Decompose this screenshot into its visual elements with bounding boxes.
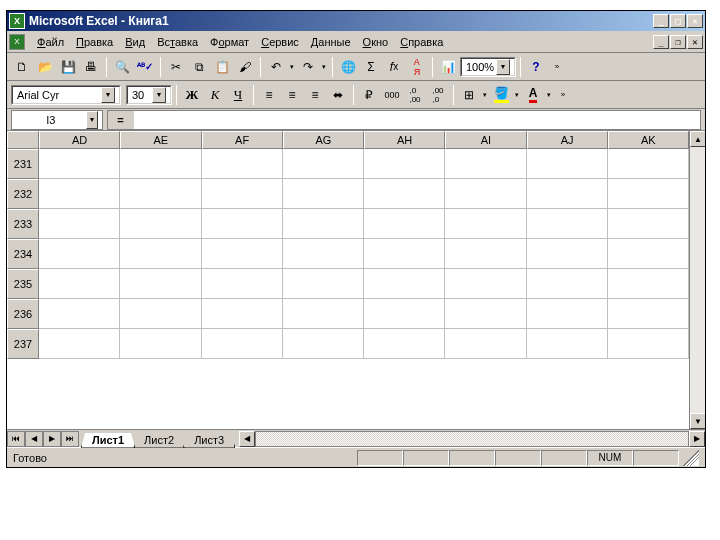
doc-close-button[interactable]: ✕	[687, 35, 703, 49]
sort-asc-icon[interactable]: АЯ	[406, 56, 428, 78]
cell[interactable]	[364, 299, 445, 329]
chevron-down-icon[interactable]: ▼	[152, 87, 166, 103]
cell[interactable]	[364, 269, 445, 299]
column-header[interactable]: AI	[445, 131, 526, 149]
scroll-track[interactable]	[690, 147, 705, 413]
sheet-tab[interactable]: Лист2	[133, 433, 185, 448]
fontcolor-dropdown[interactable]: ▾	[545, 91, 553, 99]
cell[interactable]	[445, 269, 526, 299]
redo-dropdown[interactable]: ▾	[320, 63, 328, 71]
cell[interactable]	[202, 209, 283, 239]
cell[interactable]	[39, 299, 120, 329]
help-icon[interactable]: ?	[525, 56, 547, 78]
cell[interactable]	[39, 209, 120, 239]
name-box[interactable]: I3 ▼	[11, 110, 103, 130]
underline-button[interactable]: Ч	[227, 84, 249, 106]
cell[interactable]	[608, 329, 689, 359]
copy-icon[interactable]: ⧉	[188, 56, 210, 78]
print-preview-icon[interactable]: 🔍	[111, 56, 133, 78]
toolbar-overflow-icon[interactable]: »	[556, 92, 570, 98]
chevron-down-icon[interactable]: ▼	[101, 87, 115, 103]
cell[interactable]	[527, 269, 608, 299]
scroll-up-icon[interactable]: ▲	[690, 131, 705, 147]
borders-dropdown[interactable]: ▾	[481, 91, 489, 99]
column-header[interactable]: AK	[608, 131, 689, 149]
cell[interactable]	[445, 149, 526, 179]
menu-формат[interactable]: Формат	[204, 34, 255, 50]
tab-last-icon[interactable]: ⏭	[61, 431, 79, 447]
cell[interactable]	[202, 239, 283, 269]
cell[interactable]	[527, 179, 608, 209]
cell[interactable]	[202, 269, 283, 299]
sheet-tab[interactable]: Лист3	[183, 433, 235, 448]
cell[interactable]	[445, 209, 526, 239]
cell[interactable]	[120, 149, 201, 179]
comma-style-icon[interactable]: 000	[381, 84, 403, 106]
cell[interactable]	[608, 209, 689, 239]
menu-окно[interactable]: Окно	[357, 34, 395, 50]
row-header[interactable]: 234	[7, 239, 39, 269]
row-header[interactable]: 233	[7, 209, 39, 239]
chart-icon[interactable]: 📊	[437, 56, 459, 78]
cell[interactable]	[120, 269, 201, 299]
minimize-button[interactable]: _	[653, 14, 669, 28]
toolbar-overflow-icon[interactable]: »	[550, 64, 564, 70]
scroll-down-icon[interactable]: ▼	[690, 413, 705, 429]
tab-prev-icon[interactable]: ◀	[25, 431, 43, 447]
borders-icon[interactable]: ⊞	[458, 84, 480, 106]
menu-сервис[interactable]: Сервис	[255, 34, 305, 50]
tab-first-icon[interactable]: ⏮	[7, 431, 25, 447]
maximize-button[interactable]: □	[670, 14, 686, 28]
format-painter-icon[interactable]: 🖌	[234, 56, 256, 78]
cell[interactable]	[202, 179, 283, 209]
merge-center-icon[interactable]: ⬌	[327, 84, 349, 106]
fill-color-icon[interactable]: 🪣	[490, 84, 512, 106]
cell[interactable]	[445, 299, 526, 329]
undo-dropdown[interactable]: ▾	[288, 63, 296, 71]
column-header[interactable]: AD	[39, 131, 120, 149]
paste-icon[interactable]: 📋	[211, 56, 233, 78]
save-icon[interactable]: 💾	[57, 56, 79, 78]
cell[interactable]	[283, 239, 364, 269]
cell[interactable]	[120, 179, 201, 209]
cell[interactable]	[120, 239, 201, 269]
select-all-corner[interactable]	[7, 131, 39, 149]
menu-правка[interactable]: Правка	[70, 34, 119, 50]
cell[interactable]	[202, 329, 283, 359]
cell[interactable]	[283, 149, 364, 179]
function-icon[interactable]: fx	[383, 56, 405, 78]
cell[interactable]	[202, 299, 283, 329]
cell[interactable]	[445, 329, 526, 359]
equals-button[interactable]: =	[108, 111, 134, 129]
menu-вставка[interactable]: Вставка	[151, 34, 204, 50]
font-combo[interactable]: Arial Cyr▼	[11, 85, 121, 105]
row-header[interactable]: 237	[7, 329, 39, 359]
autosum-icon[interactable]: Σ	[360, 56, 382, 78]
cell[interactable]	[527, 329, 608, 359]
spellcheck-icon[interactable]: ᴬᴮ✓	[134, 56, 156, 78]
cut-icon[interactable]: ✂	[165, 56, 187, 78]
undo-icon[interactable]: ↶	[265, 56, 287, 78]
row-header[interactable]: 231	[7, 149, 39, 179]
bold-button[interactable]: Ж	[181, 84, 203, 106]
hyperlink-icon[interactable]: 🌐	[337, 56, 359, 78]
cell[interactable]	[608, 299, 689, 329]
menu-справка[interactable]: Справка	[394, 34, 449, 50]
cell[interactable]	[120, 299, 201, 329]
sheet-tab[interactable]: Лист1	[81, 433, 135, 448]
cell[interactable]	[445, 179, 526, 209]
align-right-icon[interactable]: ≡	[304, 84, 326, 106]
cell[interactable]	[364, 329, 445, 359]
decrease-decimal-icon[interactable]: ,00,0	[427, 84, 449, 106]
cell[interactable]	[364, 239, 445, 269]
cell[interactable]	[39, 179, 120, 209]
cell[interactable]	[364, 149, 445, 179]
cell[interactable]	[39, 149, 120, 179]
row-header[interactable]: 232	[7, 179, 39, 209]
chevron-down-icon[interactable]: ▼	[496, 59, 510, 75]
cell[interactable]	[364, 179, 445, 209]
column-header[interactable]: AG	[283, 131, 364, 149]
fill-dropdown[interactable]: ▾	[513, 91, 521, 99]
cell[interactable]	[608, 269, 689, 299]
column-header[interactable]: AJ	[527, 131, 608, 149]
